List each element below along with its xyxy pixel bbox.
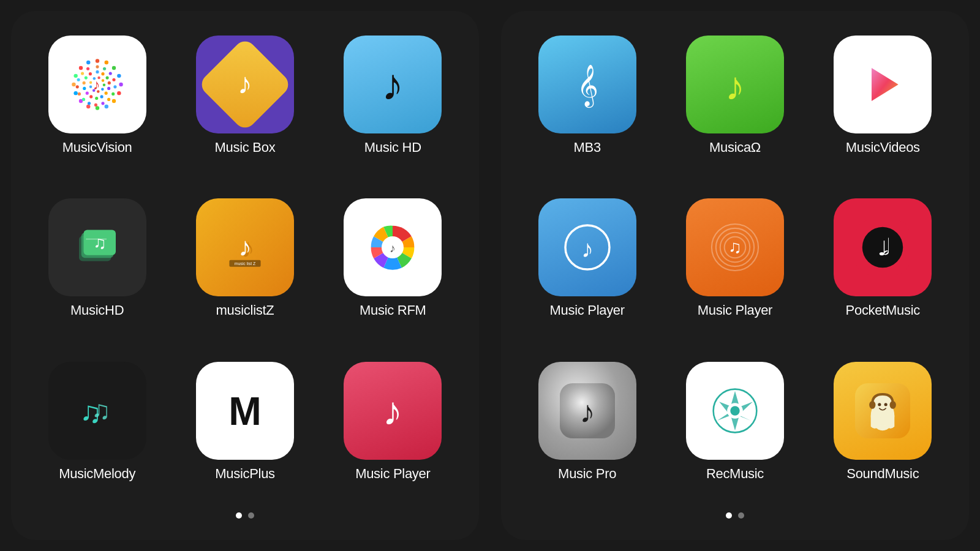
app-label: MusicaΩ bbox=[709, 140, 761, 156]
svg-point-31 bbox=[81, 72, 84, 75]
app-musicplayer-orange[interactable]: ♫ Music Player bbox=[667, 198, 802, 343]
svg-point-51 bbox=[101, 88, 104, 91]
app-label: MusicHD bbox=[70, 302, 124, 318]
svg-point-1 bbox=[95, 59, 99, 62]
svg-point-14 bbox=[74, 74, 77, 78]
svg-point-99 bbox=[884, 403, 888, 406]
svg-point-101 bbox=[890, 401, 896, 409]
app-musicrfm[interactable]: ♪ Music RFM bbox=[325, 198, 461, 343]
svg-point-54 bbox=[89, 86, 92, 89]
app-label: MusicVision bbox=[62, 140, 132, 156]
left-page-dots bbox=[236, 512, 254, 519]
svg-text:music list Z: music list Z bbox=[235, 261, 256, 266]
svg-text:♪: ♪ bbox=[383, 389, 403, 433]
svg-point-36 bbox=[107, 81, 110, 84]
svg-point-55 bbox=[89, 81, 92, 84]
svg-point-12 bbox=[74, 91, 77, 95]
svg-point-40 bbox=[95, 97, 98, 100]
dot-1[interactable] bbox=[726, 512, 732, 519]
svg-point-16 bbox=[86, 61, 90, 64]
app-label: Music Player bbox=[355, 466, 430, 482]
app-musicplus[interactable]: M MusicPlus bbox=[177, 362, 312, 506]
app-musicmelody[interactable]: ♫ ♫ MusicMelody bbox=[29, 362, 165, 506]
svg-point-34 bbox=[101, 72, 104, 75]
app-musichd[interactable]: ♪ Music HD bbox=[325, 36, 461, 180]
svg-point-15 bbox=[78, 66, 82, 70]
svg-text:♪: ♪ bbox=[382, 61, 404, 110]
svg-text:♪: ♪ bbox=[238, 67, 252, 100]
app-soundmusic[interactable]: SoundMusic bbox=[815, 362, 951, 506]
svg-text:♪: ♪ bbox=[390, 242, 396, 255]
svg-point-8 bbox=[104, 105, 108, 108]
app-musicvision[interactable]: ♪ MusicVision bbox=[29, 36, 165, 180]
svg-point-46 bbox=[89, 72, 92, 75]
svg-point-42 bbox=[85, 92, 88, 95]
dot-1[interactable] bbox=[236, 512, 242, 519]
app-label: SoundMusic bbox=[846, 466, 919, 482]
svg-point-5 bbox=[119, 83, 123, 86]
left-panel: ♪ MusicVision ♪ Music Box bbox=[11, 11, 479, 540]
svg-point-38 bbox=[104, 92, 107, 95]
svg-point-4 bbox=[117, 74, 121, 78]
svg-text:♩: ♩ bbox=[878, 237, 888, 260]
app-label: Music RFM bbox=[360, 302, 426, 318]
left-grid: ♪ MusicVision ♪ Music Box bbox=[29, 36, 461, 506]
svg-point-25 bbox=[94, 103, 97, 107]
svg-point-45 bbox=[84, 77, 87, 80]
svg-text:♫: ♫ bbox=[93, 233, 106, 252]
app-musicplayer-blue-circle[interactable]: ♪ Music Player bbox=[519, 198, 655, 343]
svg-text:♪: ♪ bbox=[238, 233, 251, 261]
svg-point-6 bbox=[117, 91, 121, 95]
svg-text:𝄞: 𝄞 bbox=[576, 64, 598, 108]
app-mb3[interactable]: 𝄞 MB3 bbox=[519, 36, 655, 180]
svg-point-98 bbox=[878, 403, 881, 406]
app-recmusic[interactable]: RecMusic bbox=[667, 362, 802, 506]
svg-point-29 bbox=[75, 85, 78, 88]
svg-point-17 bbox=[96, 66, 99, 69]
svg-point-10 bbox=[86, 105, 90, 108]
svg-text:M: M bbox=[228, 389, 262, 433]
app-label: RecMusic bbox=[706, 466, 764, 482]
svg-point-41 bbox=[89, 95, 92, 98]
dot-2[interactable] bbox=[248, 512, 254, 519]
app-musicpro[interactable]: ♪ Music Pro bbox=[519, 362, 655, 506]
svg-text:♪: ♪ bbox=[93, 77, 100, 92]
svg-point-33 bbox=[96, 70, 99, 73]
app-musicbox[interactable]: ♪ Music Box bbox=[177, 36, 312, 180]
svg-point-22 bbox=[111, 92, 115, 96]
svg-point-20 bbox=[112, 78, 115, 81]
svg-point-19 bbox=[108, 72, 111, 75]
svg-point-35 bbox=[105, 77, 108, 80]
svg-point-44 bbox=[82, 81, 85, 84]
svg-point-7 bbox=[111, 99, 115, 103]
svg-point-37 bbox=[107, 87, 110, 90]
svg-point-21 bbox=[113, 85, 116, 88]
app-label: MusicPlus bbox=[215, 466, 275, 482]
svg-text:♫: ♫ bbox=[728, 237, 742, 257]
svg-point-27 bbox=[82, 98, 85, 101]
svg-text:♫: ♫ bbox=[91, 396, 110, 424]
app-musicaomega[interactable]: ♪ MusicaΩ bbox=[667, 36, 802, 180]
app-pocketmusic[interactable]: 𝅗𝅥 ♩ PocketMusic bbox=[815, 198, 951, 343]
app-label: MusicMelody bbox=[59, 466, 135, 482]
app-musichd-green[interactable]: ♫ MusicHD bbox=[29, 198, 165, 343]
svg-point-13 bbox=[72, 83, 75, 86]
svg-point-23 bbox=[107, 98, 110, 101]
svg-point-28 bbox=[78, 92, 81, 96]
right-grid: 𝄞 MB3 ♪ MusicaΩ bbox=[519, 36, 951, 506]
svg-point-3 bbox=[111, 66, 115, 70]
app-musiclistz[interactable]: ♪ ♪ music list Z musiclistZ bbox=[177, 198, 312, 343]
svg-text:♪: ♪ bbox=[581, 235, 594, 263]
app-musicvideos[interactable]: MusicVideos bbox=[815, 36, 951, 180]
svg-point-26 bbox=[88, 102, 91, 105]
right-page-dots bbox=[726, 512, 744, 519]
svg-point-9 bbox=[95, 106, 99, 110]
app-musicplayer-red[interactable]: ♪ Music Player bbox=[325, 362, 461, 506]
svg-point-94 bbox=[730, 406, 739, 415]
app-label: Music Pro bbox=[558, 466, 616, 482]
app-screen: ♪ MusicVision ♪ Music Box bbox=[0, 0, 980, 551]
right-panel: 𝄞 MB3 ♪ MusicaΩ bbox=[501, 11, 969, 540]
svg-point-43 bbox=[83, 87, 86, 90]
dot-2[interactable] bbox=[738, 512, 744, 519]
svg-point-18 bbox=[103, 67, 106, 70]
